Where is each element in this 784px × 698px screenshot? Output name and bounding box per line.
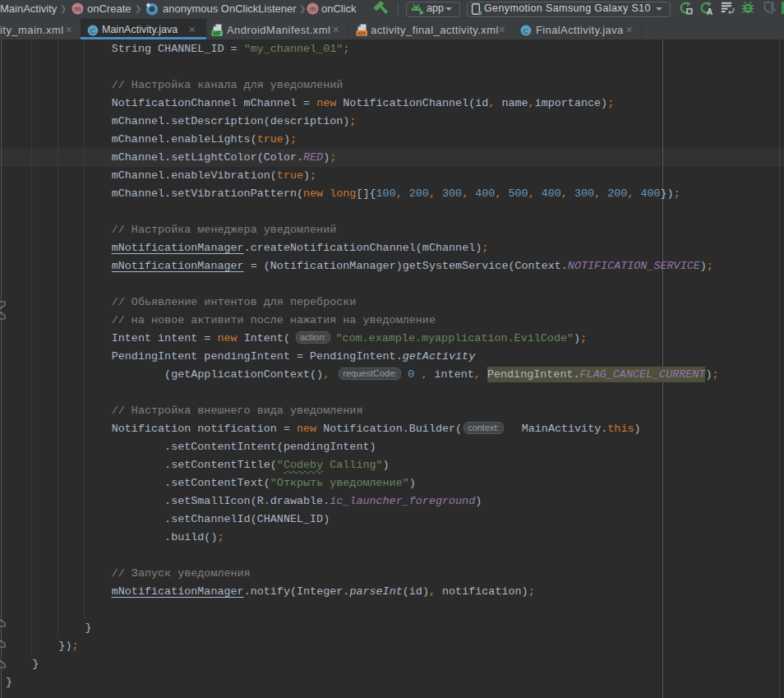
svg-text:C: C [523,26,529,35]
svg-text:m: m [310,5,316,13]
svg-text:MF: MF [213,30,221,36]
svg-text:A: A [707,7,713,16]
svg-text:m: m [75,5,81,13]
svg-text:C: C [90,26,96,35]
svg-text:</>: </> [357,30,366,36]
